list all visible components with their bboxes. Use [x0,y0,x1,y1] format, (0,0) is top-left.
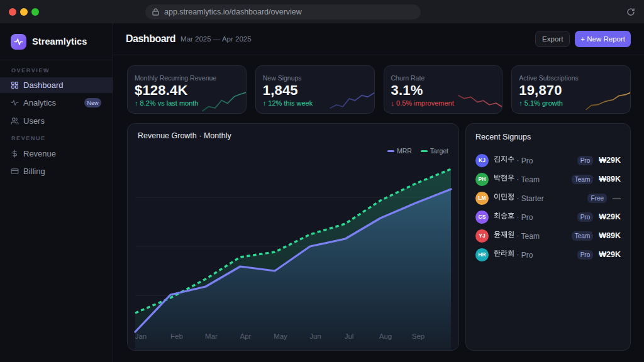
svg-text:Jul: Jul [345,332,354,340]
svg-text:Apr: Apr [240,332,252,340]
svg-text:Sep: Sep [412,332,425,340]
svg-text:Jun: Jun [309,332,321,340]
svg-text:Jan: Jan [135,332,147,340]
svg-text:May: May [274,332,287,340]
svg-text:Mar: Mar [205,332,218,340]
svg-text:Aug: Aug [379,332,392,340]
svg-text:Feb: Feb [170,332,183,340]
